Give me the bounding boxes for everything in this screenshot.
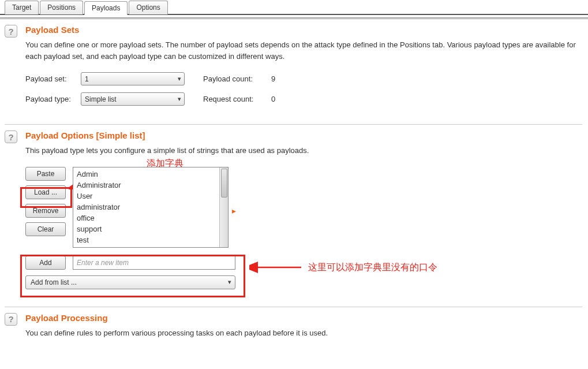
payload-options-desc: This payload type lets you configure a s… [25,145,582,156]
payload-sets-desc: You can define one or more payload sets.… [25,39,582,62]
list-item[interactable]: administrator [76,202,226,213]
payload-count-label: Payload count: [203,74,267,83]
help-icon[interactable]: ? [5,313,17,326]
paste-button[interactable]: Paste [25,167,66,181]
payload-sets-section: ? Payload Sets You can define one or mor… [5,25,582,125]
tab-payloads[interactable]: Payloads [84,1,128,15]
help-icon[interactable]: ? [5,131,17,143]
orange-caret-icon: ▸ [232,206,236,215]
payload-sets-title: Payload Sets [25,25,582,35]
payload-set-label: Payload set: [25,74,76,83]
add-button[interactable]: Add [25,256,66,270]
tab-options[interactable]: Options [129,1,167,14]
payload-options-title: Payload Options [Simple list] [25,131,582,140]
scrollbar-thumb[interactable] [221,169,227,197]
remove-button[interactable]: Remove [25,204,66,218]
payload-processing-title: Payload Processing [25,313,582,323]
add-from-list-select[interactable]: Add from list ... [25,275,235,289]
list-item[interactable]: Administrator [76,180,226,191]
payload-type-label: Payload type: [25,95,76,103]
request-count-label: Request count: [203,95,267,103]
help-icon[interactable]: ? [5,25,17,38]
request-count-value: 0 [271,95,275,103]
payload-listbox[interactable]: Admin Administrator User administrator o… [73,167,229,248]
add-item-input[interactable] [73,256,235,270]
payload-processing-section: ? Payload Processing You can define rule… [5,313,582,361]
payload-set-select[interactable]: 1 [81,72,185,85]
payload-count-value: 9 [271,74,275,83]
payload-type-select[interactable]: Simple list [81,92,185,106]
tab-target[interactable]: Target [5,1,39,14]
list-item[interactable]: test [76,234,226,245]
payload-processing-desc: You can define rules to perform various … [25,327,582,339]
list-item[interactable]: User [76,191,226,202]
scrollbar[interactable] [219,167,228,247]
clear-button[interactable]: Clear [25,222,66,236]
payload-options-section: ? Payload Options [Simple list] This pay… [5,131,582,307]
annotation-add-hint: 这里可以添加字典里没有的口令 [308,262,437,274]
load-button[interactable]: Load ... [25,185,66,199]
tab-bar: Target Positions Payloads Options [0,0,588,15]
list-item[interactable]: support [76,223,226,234]
list-item[interactable]: office [76,213,226,223]
list-item[interactable]: Admin [76,169,226,180]
tab-positions[interactable]: Positions [40,1,83,14]
